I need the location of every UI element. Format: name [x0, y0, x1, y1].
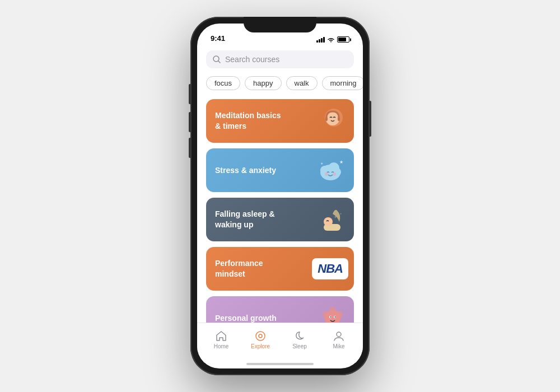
svg-point-15: [324, 217, 333, 226]
svg-line-1: [218, 61, 220, 63]
search-bar[interactable]: Search courses: [206, 50, 354, 68]
profile-icon: [333, 330, 345, 342]
svg-text:✦: ✦: [334, 215, 337, 219]
status-time: 9:41: [211, 34, 225, 43]
nav-item-profile[interactable]: Mike: [319, 330, 358, 349]
course-card-meditation[interactable]: Meditation basics& timers: [206, 99, 354, 143]
chip-focus[interactable]: focus: [206, 76, 240, 90]
phone-screen: 9:41: [197, 24, 363, 368]
svg-rect-5: [338, 117, 340, 121]
search-icon: [213, 55, 221, 63]
course-card-stress[interactable]: Stress & anxiety: [206, 148, 354, 192]
home-indicator: [246, 363, 314, 365]
svg-point-27: [335, 316, 336, 318]
search-placeholder: Search courses: [225, 55, 279, 64]
bottom-nav: Home Explore Sleep Mike: [197, 323, 363, 363]
nav-label-home: Home: [214, 343, 229, 349]
sleep-icon: [293, 330, 306, 342]
svg-text:✦: ✦: [336, 210, 338, 213]
card-illustration-growth: [280, 296, 354, 323]
card-illustration-stress: ★ ★: [280, 148, 354, 192]
svg-text:★: ★: [339, 160, 343, 165]
course-card-performance[interactable]: Performance mindset NBA: [206, 247, 354, 291]
filter-chips: focus happy walk morning: [206, 76, 354, 90]
card-illustration-sleep: ✦ ✦ ✦: [280, 198, 354, 241]
home-icon: [215, 330, 227, 342]
course-card-sleep[interactable]: Falling asleep &waking up ✦ ✦: [206, 198, 354, 241]
svg-point-11: [333, 172, 336, 176]
notch: [244, 17, 316, 32]
explore-icon: [254, 330, 267, 342]
battery-icon: [337, 36, 349, 43]
card-title-meditation: Meditation basics& timers: [215, 110, 281, 132]
nba-logo: NBA: [312, 258, 348, 279]
course-card-growth[interactable]: Personal growth: [206, 296, 354, 323]
nav-item-explore[interactable]: Explore: [241, 330, 280, 349]
nav-label-sleep: Sleep: [292, 343, 307, 349]
svg-point-10: [325, 172, 328, 176]
nav-label-explore: Explore: [251, 343, 270, 349]
svg-text:✦: ✦: [339, 212, 342, 216]
svg-point-31: [259, 334, 262, 338]
card-title-growth: Personal growth: [215, 313, 277, 323]
card-illustration-meditation: [280, 99, 354, 143]
card-title-sleep: Falling asleep &waking up: [215, 209, 275, 230]
screen-content[interactable]: Search courses focus happy walk morning …: [197, 46, 363, 323]
status-icons: [316, 36, 349, 43]
chip-walk[interactable]: walk: [286, 76, 318, 90]
chip-morning[interactable]: morning: [322, 76, 363, 90]
card-illustration-performance: NBA: [280, 247, 354, 291]
nba-text: NBA: [318, 262, 343, 276]
svg-point-30: [256, 332, 265, 340]
svg-text:★: ★: [320, 162, 323, 165]
card-title-performance: Performance mindset: [215, 258, 287, 279]
svg-rect-4: [325, 117, 328, 121]
card-title-stress: Stress & anxiety: [215, 165, 276, 176]
svg-point-26: [330, 316, 332, 318]
nav-item-sleep[interactable]: Sleep: [280, 330, 319, 349]
chip-happy[interactable]: happy: [245, 76, 281, 90]
svg-point-32: [337, 332, 341, 337]
phone-wrapper: 9:41: [190, 17, 370, 375]
wifi-icon: [327, 37, 335, 43]
nav-label-profile: Mike: [333, 343, 344, 349]
nav-item-home[interactable]: Home: [202, 330, 241, 349]
signal-icon: [316, 37, 325, 43]
